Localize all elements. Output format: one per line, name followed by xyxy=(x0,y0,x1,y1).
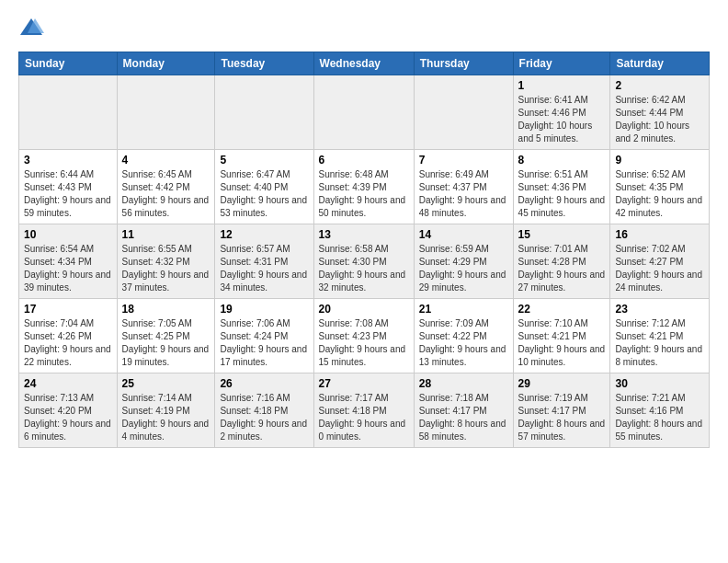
logo xyxy=(18,15,48,40)
day-info: Sunrise: 7:13 AMSunset: 4:20 PMDaylight:… xyxy=(24,392,112,443)
table-row: 14Sunrise: 6:59 AMSunset: 4:29 PMDayligh… xyxy=(414,224,513,299)
header xyxy=(18,15,710,40)
table-row: 3Sunrise: 6:44 AMSunset: 4:43 PMDaylight… xyxy=(19,150,118,224)
day-info: Sunrise: 6:48 AMSunset: 4:39 PMDaylight:… xyxy=(319,168,409,220)
table-row: 4Sunrise: 6:45 AMSunset: 4:42 PMDaylight… xyxy=(117,150,215,224)
day-info: Sunrise: 6:45 AMSunset: 4:42 PMDaylight:… xyxy=(122,168,210,220)
day-number: 8 xyxy=(518,154,606,167)
day-number: 21 xyxy=(419,303,508,316)
col-thursday: Thursday xyxy=(414,52,513,75)
table-row: 12Sunrise: 6:57 AMSunset: 4:31 PMDayligh… xyxy=(215,224,313,299)
table-row: 19Sunrise: 7:06 AMSunset: 4:24 PMDayligh… xyxy=(215,299,313,373)
day-number: 4 xyxy=(122,154,210,167)
calendar-week-row: 17Sunrise: 7:04 AMSunset: 4:26 PMDayligh… xyxy=(19,299,710,373)
day-info: Sunrise: 7:06 AMSunset: 4:24 PMDaylight:… xyxy=(220,317,308,369)
day-info: Sunrise: 6:59 AMSunset: 4:29 PMDaylight:… xyxy=(419,243,508,294)
day-info: Sunrise: 7:19 AMSunset: 4:17 PMDaylight:… xyxy=(518,392,606,443)
day-info: Sunrise: 7:12 AMSunset: 4:21 PMDaylight:… xyxy=(615,317,704,369)
table-row xyxy=(313,75,414,150)
table-row: 7Sunrise: 6:49 AMSunset: 4:37 PMDaylight… xyxy=(414,150,513,224)
day-info: Sunrise: 6:41 AMSunset: 4:46 PMDaylight:… xyxy=(518,94,606,145)
calendar-week-row: 10Sunrise: 6:54 AMSunset: 4:34 PMDayligh… xyxy=(19,224,710,299)
day-number: 20 xyxy=(319,303,409,316)
day-info: Sunrise: 6:55 AMSunset: 4:32 PMDaylight:… xyxy=(122,243,210,294)
logo-icon xyxy=(18,15,44,40)
day-number: 13 xyxy=(319,228,409,241)
day-number: 25 xyxy=(122,377,210,390)
table-row: 9Sunrise: 6:52 AMSunset: 4:35 PMDaylight… xyxy=(610,150,710,224)
day-number: 26 xyxy=(220,377,308,390)
table-row: 17Sunrise: 7:04 AMSunset: 4:26 PMDayligh… xyxy=(19,299,118,373)
day-info: Sunrise: 6:49 AMSunset: 4:37 PMDaylight:… xyxy=(419,168,508,220)
table-row xyxy=(19,75,118,150)
day-info: Sunrise: 7:02 AMSunset: 4:27 PMDaylight:… xyxy=(615,243,704,294)
table-row: 21Sunrise: 7:09 AMSunset: 4:22 PMDayligh… xyxy=(414,299,513,373)
day-info: Sunrise: 6:57 AMSunset: 4:31 PMDaylight:… xyxy=(220,243,308,294)
table-row: 18Sunrise: 7:05 AMSunset: 4:25 PMDayligh… xyxy=(117,299,215,373)
day-info: Sunrise: 7:18 AMSunset: 4:17 PMDaylight:… xyxy=(419,392,508,443)
col-saturday: Saturday xyxy=(610,52,710,75)
table-row xyxy=(117,75,215,150)
day-info: Sunrise: 7:04 AMSunset: 4:26 PMDaylight:… xyxy=(24,317,112,369)
day-number: 6 xyxy=(319,154,409,167)
day-info: Sunrise: 6:54 AMSunset: 4:34 PMDaylight:… xyxy=(24,243,112,294)
table-row: 10Sunrise: 6:54 AMSunset: 4:34 PMDayligh… xyxy=(19,224,118,299)
day-info: Sunrise: 7:10 AMSunset: 4:21 PMDaylight:… xyxy=(518,317,606,369)
table-row: 5Sunrise: 6:47 AMSunset: 4:40 PMDaylight… xyxy=(215,150,313,224)
day-number: 14 xyxy=(419,228,508,241)
day-info: Sunrise: 7:08 AMSunset: 4:23 PMDaylight:… xyxy=(319,317,409,369)
calendar-week-row: 1Sunrise: 6:41 AMSunset: 4:46 PMDaylight… xyxy=(19,75,710,150)
col-sunday: Sunday xyxy=(19,52,118,75)
calendar: Sunday Monday Tuesday Wednesday Thursday… xyxy=(18,52,710,448)
table-row: 24Sunrise: 7:13 AMSunset: 4:20 PMDayligh… xyxy=(19,373,118,448)
day-number: 1 xyxy=(518,79,606,92)
col-wednesday: Wednesday xyxy=(313,52,414,75)
day-number: 27 xyxy=(319,377,409,390)
table-row: 25Sunrise: 7:14 AMSunset: 4:19 PMDayligh… xyxy=(117,373,215,448)
table-row: 22Sunrise: 7:10 AMSunset: 4:21 PMDayligh… xyxy=(513,299,610,373)
table-row: 15Sunrise: 7:01 AMSunset: 4:28 PMDayligh… xyxy=(513,224,610,299)
col-monday: Monday xyxy=(117,52,215,75)
day-number: 17 xyxy=(24,303,112,316)
table-row: 23Sunrise: 7:12 AMSunset: 4:21 PMDayligh… xyxy=(610,299,710,373)
calendar-week-row: 3Sunrise: 6:44 AMSunset: 4:43 PMDaylight… xyxy=(19,150,710,224)
day-info: Sunrise: 6:44 AMSunset: 4:43 PMDaylight:… xyxy=(24,168,112,220)
day-number: 29 xyxy=(518,377,606,390)
table-row: 29Sunrise: 7:19 AMSunset: 4:17 PMDayligh… xyxy=(513,373,610,448)
table-row: 1Sunrise: 6:41 AMSunset: 4:46 PMDaylight… xyxy=(513,75,610,150)
day-info: Sunrise: 6:58 AMSunset: 4:30 PMDaylight:… xyxy=(319,243,409,294)
day-number: 18 xyxy=(122,303,210,316)
table-row: 13Sunrise: 6:58 AMSunset: 4:30 PMDayligh… xyxy=(313,224,414,299)
day-number: 19 xyxy=(220,303,308,316)
page: Sunday Monday Tuesday Wednesday Thursday… xyxy=(0,0,728,457)
table-row: 28Sunrise: 7:18 AMSunset: 4:17 PMDayligh… xyxy=(414,373,513,448)
day-number: 3 xyxy=(24,154,112,167)
day-info: Sunrise: 7:17 AMSunset: 4:18 PMDaylight:… xyxy=(319,392,409,443)
day-number: 2 xyxy=(615,79,704,92)
table-row: 27Sunrise: 7:17 AMSunset: 4:18 PMDayligh… xyxy=(313,373,414,448)
day-number: 30 xyxy=(615,377,704,390)
day-info: Sunrise: 7:05 AMSunset: 4:25 PMDaylight:… xyxy=(122,317,210,369)
day-number: 23 xyxy=(615,303,704,316)
table-row: 11Sunrise: 6:55 AMSunset: 4:32 PMDayligh… xyxy=(117,224,215,299)
day-info: Sunrise: 6:47 AMSunset: 4:40 PMDaylight:… xyxy=(220,168,308,220)
table-row: 30Sunrise: 7:21 AMSunset: 4:16 PMDayligh… xyxy=(610,373,710,448)
table-row xyxy=(215,75,313,150)
day-info: Sunrise: 6:52 AMSunset: 4:35 PMDaylight:… xyxy=(615,168,704,220)
table-row: 20Sunrise: 7:08 AMSunset: 4:23 PMDayligh… xyxy=(313,299,414,373)
day-number: 15 xyxy=(518,228,606,241)
day-info: Sunrise: 7:09 AMSunset: 4:22 PMDaylight:… xyxy=(419,317,508,369)
col-tuesday: Tuesday xyxy=(215,52,313,75)
table-row: 16Sunrise: 7:02 AMSunset: 4:27 PMDayligh… xyxy=(610,224,710,299)
day-number: 28 xyxy=(419,377,508,390)
day-number: 10 xyxy=(24,228,112,241)
day-info: Sunrise: 6:42 AMSunset: 4:44 PMDaylight:… xyxy=(615,94,704,145)
table-row: 6Sunrise: 6:48 AMSunset: 4:39 PMDaylight… xyxy=(313,150,414,224)
table-row: 26Sunrise: 7:16 AMSunset: 4:18 PMDayligh… xyxy=(215,373,313,448)
day-info: Sunrise: 7:21 AMSunset: 4:16 PMDaylight:… xyxy=(615,392,704,443)
day-number: 22 xyxy=(518,303,606,316)
col-friday: Friday xyxy=(513,52,610,75)
table-row: 8Sunrise: 6:51 AMSunset: 4:36 PMDaylight… xyxy=(513,150,610,224)
day-number: 24 xyxy=(24,377,112,390)
day-number: 12 xyxy=(220,228,308,241)
